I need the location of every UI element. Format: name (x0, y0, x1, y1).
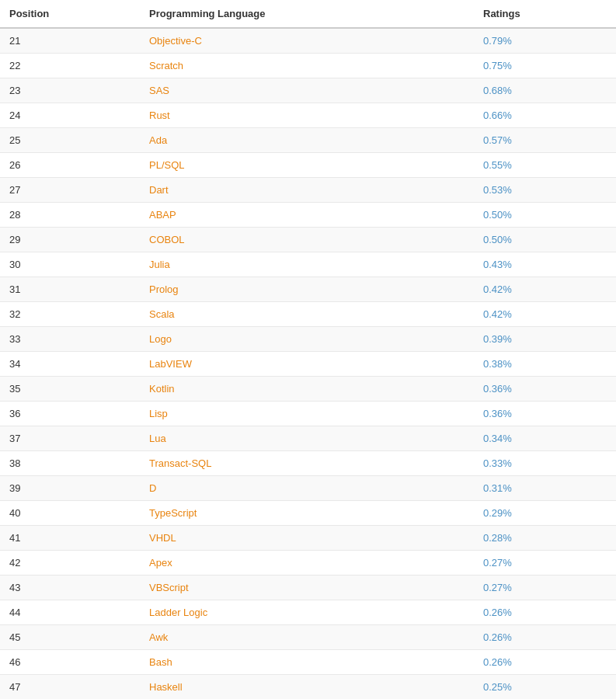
cell-language[interactable]: VHDL (140, 526, 474, 551)
cell-language[interactable]: Apex (140, 551, 474, 576)
cell-rating: 0.29% (474, 501, 616, 526)
cell-position: 45 (0, 625, 140, 650)
cell-position: 36 (0, 402, 140, 426)
cell-rating: 0.25% (474, 675, 616, 700)
cell-position: 21 (0, 28, 140, 54)
cell-position: 29 (0, 228, 140, 252)
table-row: 37Lua0.34% (0, 426, 616, 451)
cell-rating: 0.50% (474, 228, 616, 252)
cell-language[interactable]: COBOL (140, 228, 474, 252)
cell-rating: 0.42% (474, 302, 616, 327)
table-row: 35Kotlin0.36% (0, 377, 616, 402)
cell-rating: 0.57% (474, 128, 616, 153)
table-row: 26PL/SQL0.55% (0, 153, 616, 178)
cell-language[interactable]: ABAP (140, 203, 474, 228)
cell-position: 32 (0, 302, 140, 327)
cell-position: 39 (0, 476, 140, 501)
table-row: 33Logo0.39% (0, 327, 616, 352)
cell-rating: 0.68% (474, 78, 616, 103)
cell-language[interactable]: LabVIEW (140, 352, 474, 377)
cell-language[interactable]: SAS (140, 78, 474, 103)
cell-language[interactable]: Bash (140, 650, 474, 675)
cell-language[interactable]: VBScript (140, 576, 474, 600)
rankings-table: Position Programming Language Ratings 21… (0, 0, 616, 699)
cell-language[interactable]: Ladder Logic (140, 600, 474, 625)
table-row: 43VBScript0.27% (0, 576, 616, 600)
cell-language[interactable]: Dart (140, 178, 474, 203)
cell-language[interactable]: Kotlin (140, 377, 474, 402)
cell-language[interactable]: Lua (140, 426, 474, 451)
cell-position: 47 (0, 675, 140, 700)
cell-position: 42 (0, 551, 140, 576)
cell-position: 40 (0, 501, 140, 526)
table-row: 28ABAP0.50% (0, 203, 616, 228)
table-row: 31Prolog0.42% (0, 277, 616, 302)
cell-language[interactable]: Awk (140, 625, 474, 650)
table-row: 30Julia0.43% (0, 252, 616, 277)
cell-position: 38 (0, 451, 140, 476)
cell-position: 44 (0, 600, 140, 625)
cell-position: 35 (0, 377, 140, 402)
cell-rating: 0.28% (474, 526, 616, 551)
table-row: 47Haskell0.25% (0, 675, 616, 700)
table-container: Position Programming Language Ratings 21… (0, 0, 616, 699)
cell-position: 23 (0, 78, 140, 103)
cell-rating: 0.33% (474, 451, 616, 476)
cell-position: 43 (0, 576, 140, 600)
table-row: 21Objective-C0.79% (0, 28, 616, 54)
cell-rating: 0.34% (474, 426, 616, 451)
cell-rating: 0.50% (474, 203, 616, 228)
cell-language[interactable]: D (140, 476, 474, 501)
cell-language[interactable]: Logo (140, 327, 474, 352)
cell-rating: 0.31% (474, 476, 616, 501)
table-row: 42Apex0.27% (0, 551, 616, 576)
cell-position: 22 (0, 54, 140, 78)
cell-position: 24 (0, 103, 140, 128)
table-row: 34LabVIEW0.38% (0, 352, 616, 377)
cell-rating: 0.36% (474, 377, 616, 402)
cell-language[interactable]: Scratch (140, 54, 474, 78)
cell-language[interactable]: PL/SQL (140, 153, 474, 178)
cell-position: 25 (0, 128, 140, 153)
cell-rating: 0.26% (474, 625, 616, 650)
cell-rating: 0.66% (474, 103, 616, 128)
table-row: 40TypeScript0.29% (0, 501, 616, 526)
cell-rating: 0.79% (474, 28, 616, 54)
cell-position: 26 (0, 153, 140, 178)
cell-position: 34 (0, 352, 140, 377)
cell-language[interactable]: Scala (140, 302, 474, 327)
cell-language[interactable]: Ada (140, 128, 474, 153)
cell-position: 31 (0, 277, 140, 302)
table-row: 41VHDL0.28% (0, 526, 616, 551)
table-row: 22Scratch0.75% (0, 54, 616, 78)
cell-language[interactable]: TypeScript (140, 501, 474, 526)
table-header-row: Position Programming Language Ratings (0, 0, 616, 28)
table-row: 29COBOL0.50% (0, 228, 616, 252)
table-row: 25Ada0.57% (0, 128, 616, 153)
table-row: 32Scala0.42% (0, 302, 616, 327)
table-row: 36Lisp0.36% (0, 402, 616, 426)
table-row: 39D0.31% (0, 476, 616, 501)
cell-position: 28 (0, 203, 140, 228)
table-row: 44Ladder Logic0.26% (0, 600, 616, 625)
cell-rating: 0.26% (474, 650, 616, 675)
cell-language[interactable]: Rust (140, 103, 474, 128)
cell-rating: 0.27% (474, 551, 616, 576)
cell-rating: 0.55% (474, 153, 616, 178)
cell-position: 33 (0, 327, 140, 352)
cell-language[interactable]: Lisp (140, 402, 474, 426)
cell-rating: 0.36% (474, 402, 616, 426)
cell-language[interactable]: Prolog (140, 277, 474, 302)
table-row: 45Awk0.26% (0, 625, 616, 650)
cell-rating: 0.42% (474, 277, 616, 302)
cell-language[interactable]: Objective-C (140, 28, 474, 54)
cell-position: 41 (0, 526, 140, 551)
cell-language[interactable]: Julia (140, 252, 474, 277)
header-language: Programming Language (140, 0, 474, 28)
cell-position: 30 (0, 252, 140, 277)
cell-language[interactable]: Haskell (140, 675, 474, 700)
cell-rating: 0.53% (474, 178, 616, 203)
cell-language[interactable]: Transact-SQL (140, 451, 474, 476)
cell-rating: 0.75% (474, 54, 616, 78)
cell-position: 27 (0, 178, 140, 203)
